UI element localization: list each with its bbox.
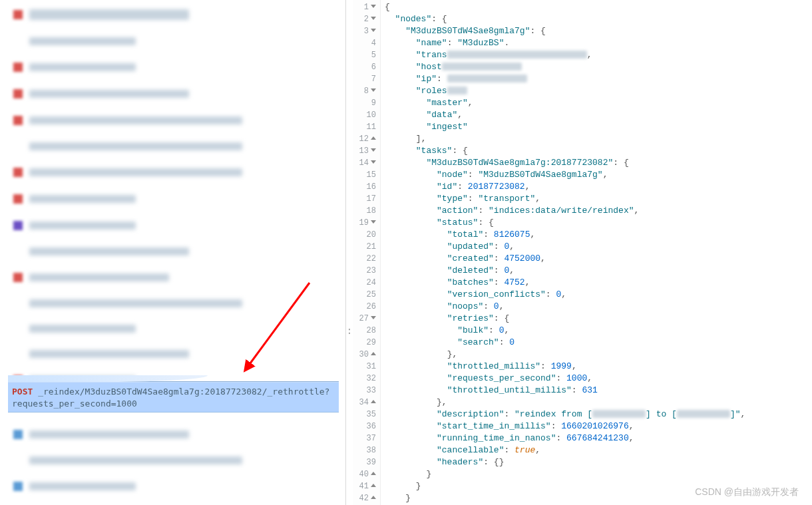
- line-num[interactable]: 12: [353, 133, 376, 145]
- line-num[interactable]: 19: [353, 217, 376, 229]
- history-list-blurred: [0, 0, 345, 403]
- http-method: POST: [12, 387, 33, 397]
- line-num: 26: [353, 301, 376, 313]
- line-num: 10: [353, 109, 376, 121]
- line-num: 9: [353, 97, 376, 109]
- line-num[interactable]: 14: [353, 157, 376, 169]
- line-num[interactable]: 1: [353, 1, 376, 13]
- line-num: 21: [353, 241, 376, 253]
- line-num: 22: [353, 253, 376, 265]
- line-num[interactable]: 2: [353, 13, 376, 25]
- line-num: 33: [353, 385, 376, 397]
- line-num[interactable]: 42: [353, 492, 376, 504]
- line-num: 36: [353, 421, 376, 432]
- line-num: 6: [353, 61, 376, 73]
- line-num: 18: [353, 205, 376, 217]
- line-number-gutter: 1 2 3 4 5 6 7 8 9 10 11 12 13 14 15 16 1…: [353, 0, 381, 505]
- line-num: 32: [353, 373, 376, 385]
- watermark: CSDN @自由游戏开发者: [695, 486, 799, 498]
- line-num: 11: [353, 121, 376, 133]
- line-num: 4: [353, 37, 376, 49]
- app-container: POST _reindex/M3duzBS0TdW4Sae8gmla7g:201…: [0, 0, 812, 505]
- selected-request[interactable]: POST _reindex/M3duzBS0TdW4Sae8gmla7g:201…: [8, 381, 339, 413]
- line-num[interactable]: 3: [353, 25, 376, 37]
- line-num[interactable]: 34: [353, 397, 376, 409]
- line-num[interactable]: 13: [353, 145, 376, 157]
- line-num[interactable]: 30: [353, 349, 376, 361]
- line-num: 29: [353, 337, 376, 349]
- response-pane: 1 2 3 4 5 6 7 8 9 10 11 12 13 14 15 16 1…: [353, 0, 812, 505]
- history-list-blurred-bottom: [0, 426, 345, 504]
- line-num: 5: [353, 49, 376, 61]
- line-num[interactable]: 8: [353, 85, 376, 97]
- pane-splitter[interactable]: [346, 0, 353, 505]
- line-num: 31: [353, 361, 376, 373]
- line-num: 39: [353, 456, 376, 468]
- request-editor-pane[interactable]: POST _reindex/M3duzBS0TdW4Sae8gmla7g:201…: [0, 0, 346, 505]
- line-num: 35: [353, 409, 376, 421]
- json-response-body[interactable]: { "nodes": { "M3duzBS0TdW4Sae8gmla7g": {…: [381, 0, 812, 505]
- line-num[interactable]: 27: [353, 313, 376, 325]
- line-num: 15: [353, 169, 376, 181]
- request-url: _reindex/M3duzBS0TdW4Sae8gmla7g:20187723…: [12, 387, 329, 409]
- line-num: 24: [353, 277, 376, 289]
- line-num: 28: [353, 325, 376, 337]
- line-num[interactable]: 41: [353, 480, 376, 492]
- line-num: 7: [353, 73, 376, 85]
- line-num: 37: [353, 432, 376, 444]
- line-num[interactable]: 40: [353, 468, 376, 480]
- line-num: 38: [353, 444, 376, 456]
- line-num: 16: [353, 181, 376, 193]
- line-num: 20: [353, 229, 376, 241]
- line-num: 25: [353, 289, 376, 301]
- line-num: 17: [353, 193, 376, 205]
- line-num: 23: [353, 265, 376, 277]
